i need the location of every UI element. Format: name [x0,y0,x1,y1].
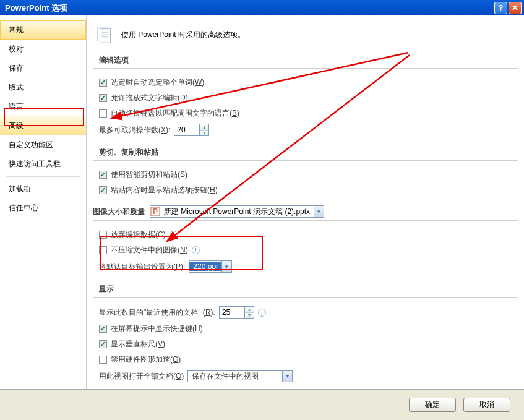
sidebar-item-advanced[interactable]: 高级 [0,116,86,135]
sidebar-item-layout[interactable]: 版式 [0,78,86,97]
intro-text: 使用 PowerPoint 时采用的高级选项。 [121,30,245,40]
section-image-title-row: 图像大小和质量 P 新建 Microsoft PowerPoint 演示文稿 (… [93,202,518,221]
sidebar-item-customize-ribbon[interactable]: 自定义功能区 [0,135,86,155]
open-view-value: 保存在文件中的视图 [188,371,282,382]
spinner-undo-count[interactable]: ▲▼ [174,124,209,136]
sidebar-item-proofing[interactable]: 校对 [0,40,86,59]
label-show-shortcut: 在屏幕提示中显示快捷键(H) [111,324,203,334]
checkbox-paste-options[interactable] [99,186,107,194]
page-icon [94,24,115,45]
spinner-down[interactable]: ▼ [245,313,254,319]
checkbox-drag-text[interactable] [99,94,107,102]
window-title: PowerPoint 选项 [2,2,67,14]
label-no-compress: 不压缩文件中的图像(N) [111,245,188,255]
target-doc-value: 新建 Microsoft PowerPoint 演示文稿 (2).pptx [160,207,314,217]
sidebar-item-language[interactable]: 语言 [0,97,86,116]
target-ppi-value: 220 ppi [189,262,221,271]
info-icon[interactable]: i [170,231,178,239]
spinner-down[interactable]: ▼ [200,131,208,136]
dropdown-button[interactable]: ▼ [314,206,324,217]
checkbox-discard-edit[interactable] [99,231,107,239]
checkbox-show-shortcut[interactable] [99,325,107,333]
dropdown-button[interactable]: ▼ [221,261,231,272]
select-target-ppi[interactable]: 220 ppi ▼ [189,260,231,273]
select-open-view[interactable]: 保存在文件中的视图 ▼ [187,370,293,382]
section-slideshow-title: 幻灯片放映 [93,388,518,389]
title-bar: PowerPoint 选项 ? ✕ [0,0,524,15]
sidebar: 常规 校对 保存 版式 语言 高级 自定义功能区 快速访问工具栏 加载项 信任中… [0,15,87,389]
checkbox-smart-cut[interactable] [99,171,107,179]
powerpoint-doc-icon: P [150,207,160,216]
recent-count-input[interactable] [220,307,244,318]
help-button[interactable]: ? [494,2,507,14]
intro-row: 使用 PowerPoint 时采用的高级选项。 [87,15,524,50]
ok-button[interactable]: 确定 [409,398,456,412]
label-undo-count: 最多可取消操作数(X): [99,125,170,135]
dialog-footer: 确定 取消 [0,389,524,420]
label-paste-options: 粘贴内容时显示粘贴选项按钮(H) [111,185,218,195]
info-icon[interactable]: i [192,246,200,254]
label-smart-cut: 使用智能剪切和粘贴(S) [111,169,187,180]
section-cut-title: 剪切、复制和粘贴 [93,142,518,161]
label-drag-text: 允许拖放式文字编辑(D) [111,93,188,103]
content-panel: 使用 PowerPoint 时采用的高级选项。 编辑选项 选定时自动选定整个单词… [87,15,524,389]
label-discard-edit: 放弃编辑数据(C) [111,229,166,240]
sidebar-item-trust-center[interactable]: 信任中心 [0,199,86,218]
checkbox-disable-hw[interactable] [99,356,107,364]
sidebar-item-addins[interactable]: 加载项 [0,179,86,199]
checkbox-vertical-ruler[interactable] [99,340,107,348]
section-image-title: 图像大小和质量 [93,207,145,217]
spinner-up[interactable]: ▲ [245,307,254,313]
close-button[interactable]: ✕ [509,2,522,14]
label-recent-count: 显示此数目的"最近使用的文档" (R): [99,307,215,318]
svg-text:P: P [153,207,158,216]
dialog-body: 常规 校对 保存 版式 语言 高级 自定义功能区 快速访问工具栏 加载项 信任中… [0,15,524,389]
select-target-doc[interactable]: P 新建 Microsoft PowerPoint 演示文稿 (2).pptx … [150,205,324,218]
label-disable-hw: 禁用硬件图形加速(G) [111,354,181,365]
label-open-view: 用此视图打开全部文档(O) [99,371,184,382]
label-vertical-ruler: 显示垂直标尺(V) [111,339,165,349]
cancel-button[interactable]: 取消 [463,398,510,412]
spinner-up[interactable]: ▲ [200,124,208,131]
sidebar-item-quick-access[interactable]: 快速访问工具栏 [0,155,86,174]
dropdown-button[interactable]: ▼ [282,371,292,382]
info-icon[interactable]: i [258,309,266,317]
sidebar-separator [6,176,80,177]
sidebar-item-general[interactable]: 常规 [0,20,86,40]
sidebar-item-save[interactable]: 保存 [0,59,86,78]
checkbox-autoselect-word[interactable] [99,79,107,87]
svg-rect-1 [100,29,111,43]
spinner-recent-count[interactable]: ▲▼ [219,306,254,319]
label-autoselect-word: 选定时自动选定整个单词(W) [111,77,204,88]
checkbox-no-compress[interactable] [99,246,107,254]
section-edit-title: 编辑选项 [93,50,518,69]
label-target-output: 将默认目标输出设置为(P): [99,262,185,272]
undo-count-input[interactable] [174,124,199,135]
label-auto-keyboard: 自动切换键盘以匹配周围文字的语言(B) [111,108,239,119]
checkbox-auto-keyboard[interactable] [99,109,107,118]
section-display-title: 显示 [93,279,518,298]
